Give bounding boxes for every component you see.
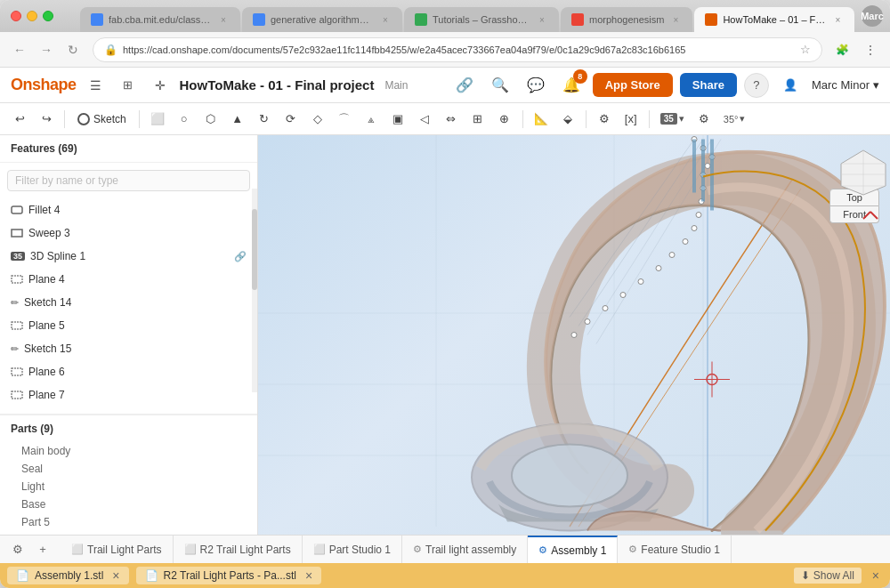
view-cube[interactable]: Top Front xyxy=(808,146,879,223)
tab-0[interactable]: fab.cba.mit.edu/classes/863... × xyxy=(80,7,240,32)
svg-rect-3 xyxy=(12,322,22,329)
url-bar[interactable]: 🔒 https://cad.onshape.com/documents/57e2… xyxy=(93,37,822,62)
tab-4[interactable]: HowToMake – 01 – Final proje... × xyxy=(694,7,854,32)
viewport[interactable]: Top Front xyxy=(258,135,890,535)
tab-close-4[interactable]: × xyxy=(831,13,844,26)
grid-icon[interactable]: ⊞ xyxy=(116,73,141,98)
bookmark-icon[interactable]: ☆ xyxy=(800,43,811,56)
redo-icon[interactable]: ↪ xyxy=(34,107,59,132)
assembly-icon-tool[interactable]: ⚙ xyxy=(592,107,617,132)
measure-icon[interactable]: 📐 xyxy=(529,107,554,132)
loft-icon[interactable]: ◇ xyxy=(305,107,330,132)
display-settings[interactable]: 35° ▾ xyxy=(718,109,751,128)
back-button[interactable]: ← xyxy=(7,37,32,62)
feature-item-sweep3[interactable]: Sweep 3 xyxy=(0,222,257,245)
settings-panel[interactable]: 35 ▾ xyxy=(655,109,690,128)
draft-icon[interactable]: ◁ xyxy=(412,107,437,132)
feature-item-plane4[interactable]: Plane 4 xyxy=(0,268,257,291)
tool-separator-3 xyxy=(522,110,523,128)
variable-icon[interactable]: [x] xyxy=(619,107,643,132)
tab-part-studio-1[interactable]: ⬜ Part Studio 1 xyxy=(303,536,402,564)
shell-icon[interactable]: ▣ xyxy=(385,107,410,132)
extensions-icon[interactable]: 🧩 xyxy=(829,37,854,62)
user-avatar-icon[interactable]: 👤 xyxy=(776,71,805,100)
forward-button[interactable]: → xyxy=(34,37,59,62)
display-chevron: ▾ xyxy=(740,113,745,125)
fillet-icon[interactable]: ⌒ xyxy=(332,107,357,132)
undo-icon[interactable]: ↩ xyxy=(7,107,32,132)
status-file-2[interactable]: 📄 R2 Trail Light Parts - Pa...stl × xyxy=(136,567,322,584)
chamfer-icon[interactable]: ⟁ xyxy=(359,107,384,132)
parts-item-part5[interactable]: Part 5 xyxy=(0,513,257,531)
status-file-1[interactable]: 📄 Assembly 1.stl × xyxy=(7,567,129,584)
mirror-icon[interactable]: ⇔ xyxy=(439,107,464,132)
tab-assembly-1[interactable]: ⚙ Assembly 1 xyxy=(528,536,618,564)
user-name: Marc Minor xyxy=(812,78,870,92)
revolve-icon[interactable]: ↻ xyxy=(252,107,277,132)
plane-icon[interactable]: ⬙ xyxy=(555,107,580,132)
app-store-button[interactable]: App Store xyxy=(593,73,673,97)
plane4-icon xyxy=(11,273,23,286)
extrude-icon[interactable]: ▲ xyxy=(225,107,250,132)
maximize-button[interactable] xyxy=(43,11,53,21)
show-all-button[interactable]: ⬇ Show All xyxy=(794,568,862,584)
tab-1[interactable]: generative algorithms grassh... × xyxy=(242,7,402,32)
hamburger-menu-icon[interactable]: ☰ xyxy=(84,73,109,98)
feature-item-sketch14[interactable]: ✏ Sketch 14 xyxy=(0,291,257,314)
cursor-icon[interactable]: ✛ xyxy=(148,73,173,98)
tab-close-0[interactable]: × xyxy=(217,13,230,26)
file1-close-icon[interactable]: × xyxy=(112,568,119,583)
sketch-button[interactable]: Sketch xyxy=(70,109,134,129)
tab-settings-icon[interactable]: ⚙ xyxy=(7,539,28,560)
feature-item-fillet4[interactable]: Fillet 4 xyxy=(0,198,257,222)
tab-close-3[interactable]: × xyxy=(669,13,682,26)
feature-item-plane6[interactable]: Plane 6 xyxy=(0,360,257,383)
file2-close-icon[interactable]: × xyxy=(305,568,312,583)
tab-feature-studio-1[interactable]: ⚙ Feature Studio 1 xyxy=(618,536,732,564)
boolean-icon[interactable]: ⊕ xyxy=(492,107,517,132)
status-bar-close[interactable]: × xyxy=(869,568,883,583)
tab-close-2[interactable]: × xyxy=(536,13,548,26)
feature-item-sketch15[interactable]: ✏ Sketch 15 xyxy=(0,337,257,360)
feature-item-plane5[interactable]: Plane 5 xyxy=(0,314,257,337)
parts-item-light[interactable]: Light xyxy=(0,478,257,495)
chat-icon[interactable]: 💬 xyxy=(522,71,550,100)
tool-separator-1 xyxy=(64,110,65,128)
share-button[interactable]: Share xyxy=(680,73,737,97)
axis-marker xyxy=(862,203,879,223)
cylinder-icon[interactable]: ⬡ xyxy=(198,107,223,132)
feature-item-plane7[interactable]: Plane 7 xyxy=(0,383,257,407)
parts-item-mainbody[interactable]: Main body xyxy=(0,442,257,460)
parts-item-seal[interactable]: Seal xyxy=(0,460,257,478)
help-button[interactable]: ? xyxy=(744,73,769,98)
pattern-icon[interactable]: ⊞ xyxy=(465,107,490,132)
feature-item-plane8[interactable]: Plane 8 xyxy=(0,407,257,414)
cube-icon[interactable]: ⬜ xyxy=(145,107,170,132)
feature-item-spline1[interactable]: 35 3D Spline 1 🔗 xyxy=(0,245,257,268)
sweep-icon[interactable]: ⟳ xyxy=(279,107,303,132)
notification-bell[interactable]: 🔔 8 xyxy=(557,71,586,100)
feature-scrollbar[interactable] xyxy=(252,189,257,392)
link-icon[interactable]: 🔗 xyxy=(450,71,479,100)
feature-scroll-thumb[interactable] xyxy=(252,209,257,291)
user-menu[interactable]: Marc Minor ▾ xyxy=(812,78,879,92)
feature-search[interactable]: Filter by name or type xyxy=(7,170,250,191)
parts-item-base[interactable]: Base xyxy=(0,495,257,513)
sphere-icon[interactable]: ○ xyxy=(172,107,197,132)
close-button[interactable] xyxy=(11,11,21,21)
minimize-button[interactable] xyxy=(27,11,37,21)
tab-trail-light-assembly[interactable]: ⚙ Trail light assembly xyxy=(402,536,528,564)
config-icon[interactable]: ⚙ xyxy=(692,107,716,132)
tab-2[interactable]: Tutorials – Grasshopper × xyxy=(404,7,559,32)
tab-trail-light-parts[interactable]: ⬜ Trail Light Parts xyxy=(61,536,174,564)
settings-icon[interactable]: ⋮ xyxy=(858,37,883,62)
add-tab-button[interactable]: + xyxy=(32,539,53,560)
refresh-button[interactable]: ↻ xyxy=(61,37,85,62)
tab-close-1[interactable]: × xyxy=(379,13,392,26)
link-param-icon: 🔗 xyxy=(234,251,247,262)
view-cube-svg xyxy=(837,146,890,199)
browser-window: fab.cba.mit.edu/classes/863... × generat… xyxy=(0,0,890,588)
search-icon[interactable]: 🔍 xyxy=(486,71,514,100)
tab-3[interactable]: morphogenesism × xyxy=(561,7,692,32)
tab-r2-trail-light-parts[interactable]: ⬜ R2 Trail Light Parts xyxy=(174,536,303,564)
